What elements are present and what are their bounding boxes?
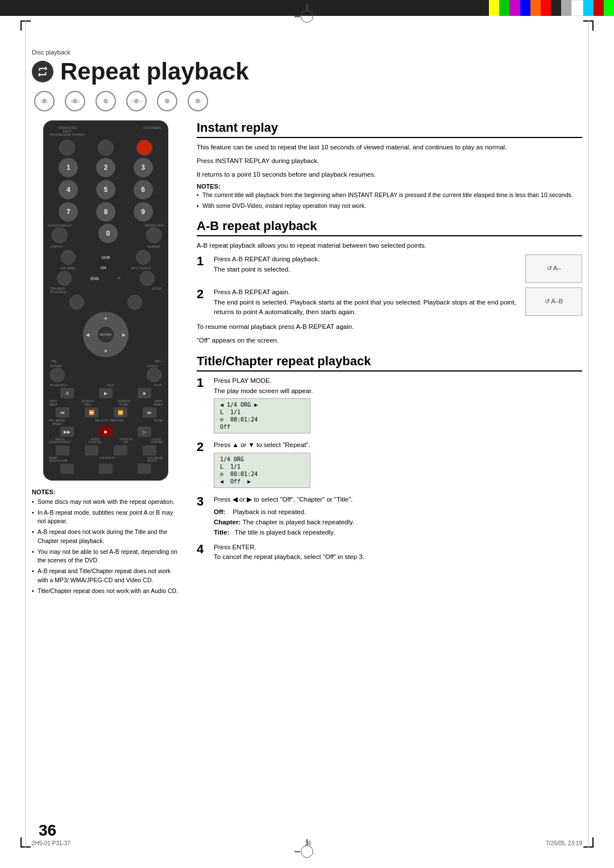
left-notes: NOTES: Some discs may not work with the … <box>32 489 180 596</box>
remote-nav-up[interactable]: ▲ <box>103 315 108 320</box>
remote-vcr-row: VCR <box>48 250 164 265</box>
remote-btn-dvdmenu[interactable] <box>57 271 72 286</box>
remote-btn-enter[interactable]: ENTER <box>98 327 114 343</box>
ab-step-1-display: ↺ A– <box>525 254 582 283</box>
remote-btn-slow[interactable]: ▷ <box>138 427 151 437</box>
remote-btn-3[interactable]: 3 <box>134 158 153 177</box>
remote-nav-ring[interactable]: ▲ ▼ ◀ ▶ ENTER <box>83 312 128 357</box>
tc-step-1: 1 Press PLAY MODE.The play mode screen w… <box>197 376 582 436</box>
disc-icons-row: DVD RAM VR VIDEO VD CD <box>34 91 582 111</box>
remote-btn-9[interactable]: 9 <box>134 202 153 222</box>
remote-control: OPEN/CLOSEEJECT PROGRESSIVE TV/VIDEO ON/… <box>43 120 168 481</box>
remote-instant-row: INSTANT REPLAY 0 INSTANT SKIP <box>48 224 164 243</box>
left-note-5: A-B repeat and Title/Chapter repeat does… <box>32 567 180 585</box>
tc-chapter-label: Chapter: <box>214 519 242 525</box>
remote-btn-2[interactable]: 2 <box>96 158 115 177</box>
tc-step-2-text: Press ▲ or ▼ to select "Repeat". <box>214 440 582 450</box>
swatch-green <box>499 0 509 16</box>
remote-btn-topmenu[interactable] <box>69 295 84 310</box>
remote-btn-skipfwd[interactable]: ⏭ <box>143 407 156 418</box>
remote-bottom-labels: ANGLE/COUNTER RESET AUDIO/AUDIO SEL SUBT… <box>48 438 164 444</box>
remote-btn-stop[interactable]: ■ <box>138 388 151 398</box>
instant-note-2: With some DVD-Video, instant replay oper… <box>197 202 582 211</box>
page: Disc playback Repeat playback DVD RAM VR… <box>32 20 582 848</box>
remote-btn-skipback[interactable]: ⏮ <box>56 407 69 418</box>
title-icon <box>32 61 53 82</box>
remote-btn-clock[interactable] <box>143 445 156 456</box>
remote-btn-abrepeat[interactable] <box>99 464 113 474</box>
left-notes-title: NOTES: <box>32 489 180 495</box>
remote-nav-right[interactable]: ▶ <box>122 332 126 337</box>
remote-pause-labels: PAUSE/STILL PLAY STOP <box>48 383 164 387</box>
remote-topmenu-row: TOP MENUTITLE MENU SETUP <box>48 287 164 294</box>
remote-zoom-labels: ZOOM/ZERO RETURN A-B REPEAT PLAY MODE/RE… <box>48 457 164 462</box>
remote-btn-5[interactable]: 5 <box>96 180 115 199</box>
remote-on-standby: ON/STANDBY <box>143 126 161 136</box>
remote-btn-recmode[interactable]: ▶▶ <box>60 427 74 437</box>
footer-date: 7/25/05, 23:19 <box>546 840 582 846</box>
swatch-white <box>571 0 583 16</box>
remote-btn-return[interactable] <box>50 368 65 382</box>
tc-step-4-num: 4 <box>197 542 207 563</box>
page-title: Repeat playback <box>32 58 582 85</box>
remote-numpad: 1 2 3 4 5 6 7 8 9 <box>51 158 160 222</box>
remote-btn-4[interactable]: 4 <box>59 180 78 199</box>
tc-display2-row-4: ◀ Off ▶ <box>220 478 304 485</box>
remote-nav-down[interactable]: ▼ <box>103 349 108 354</box>
remote-btn-rec[interactable]: ⏺ <box>99 427 113 437</box>
swatch-cyan <box>583 0 594 16</box>
tc-step-3-content: Press ◀ or ▶ to select "Off", "Chapter" … <box>214 495 582 537</box>
remote-btn-setup[interactable] <box>127 295 142 310</box>
instant-replay-notes: The current title will playback from the… <box>197 191 582 211</box>
instant-replay-body: This feature can be used to repeat the l… <box>197 143 582 153</box>
remote-btn-display[interactable] <box>61 250 76 265</box>
remote-dvd-row: DVD ✓ <box>48 271 164 286</box>
tc-step-2-num: 2 <box>197 440 207 490</box>
remote-btn-dubbing[interactable] <box>136 250 151 265</box>
instant-replay-section: Instant replay This feature can be used … <box>197 120 582 211</box>
remote-trk-labels: -TRK TRK+ <box>48 360 164 363</box>
tc-step-2-display: 1/4 ORG L 1/1 ⊙ 00:01:24 ◀ Off ▶ <box>214 453 310 488</box>
remote-btn-playmode[interactable] <box>138 464 151 474</box>
remote-btn-cancel[interactable] <box>147 368 161 382</box>
tc-chapter-text: The chapter is played back repeatedly. <box>242 519 354 525</box>
remote-btn-7[interactable]: 7 <box>59 202 78 222</box>
remote-btn-6[interactable]: 6 <box>134 180 153 199</box>
tc-step-1-display: ◀ 1/4 ORG ▶ L 1/1 ⊙ 00:01:24 Off <box>214 398 310 433</box>
remote-btn-rew[interactable]: ⏪ <box>85 407 98 418</box>
remote-btn-instant-replay[interactable] <box>52 227 68 243</box>
ab-display-1-symbol: ↺ A– <box>547 265 561 272</box>
tc-off-label: Off: <box>214 508 233 515</box>
remote-btn-input[interactable] <box>140 271 155 286</box>
remote-btn-1[interactable]: 1 <box>59 158 78 177</box>
disc-icon-dvd: DVD <box>34 91 55 111</box>
left-column: OPEN/CLOSEEJECT PROGRESSIVE TV/VIDEO ON/… <box>32 120 180 597</box>
remote-nav-left[interactable]: ◀ <box>86 332 89 337</box>
remote-btn-subtitle[interactable] <box>114 445 127 456</box>
tc-title-label: Title: <box>214 529 235 536</box>
remote-btn-zoom[interactable] <box>60 464 74 474</box>
remote-btn-pause[interactable]: ⏸ <box>60 388 74 398</box>
remote-btn-eject[interactable] <box>59 140 75 156</box>
disc-icon-cd: CD <box>188 91 208 111</box>
remote-btn-angle[interactable] <box>56 445 69 456</box>
disc-icon-vr: VR <box>96 91 116 111</box>
remote-btn-audio[interactable] <box>85 445 98 456</box>
remote-play-btns: ⏸ ▶ ■ <box>48 388 164 398</box>
remote-btn-play[interactable]: ▶ <box>99 388 113 398</box>
remote-btn-0[interactable]: 0 <box>98 224 118 243</box>
instant-replay-notes-label: NOTES: <box>197 183 582 190</box>
ab-step-2-text: Press A-B REPEAT again. The end point is… <box>214 287 518 318</box>
instant-replay-press: Press INSTANT REPLAY during playback. <box>197 156 582 166</box>
remote-btn-instant-skip[interactable] <box>146 227 162 243</box>
disc-icon-vd: VD <box>157 91 177 111</box>
remote-btn-prog[interactable] <box>98 140 114 156</box>
remote-btn-8[interactable]: 8 <box>96 202 115 222</box>
remote-zoom-btns <box>48 464 164 474</box>
tc-step-1-num: 1 <box>197 376 207 436</box>
right-column: Instant replay This feature can be used … <box>197 120 582 597</box>
corner-mark-bl <box>20 837 31 848</box>
remote-btn-power[interactable] <box>136 140 152 156</box>
remote-btn-ffwd[interactable]: ⏩ <box>114 407 127 418</box>
swatch-lime <box>604 0 614 16</box>
